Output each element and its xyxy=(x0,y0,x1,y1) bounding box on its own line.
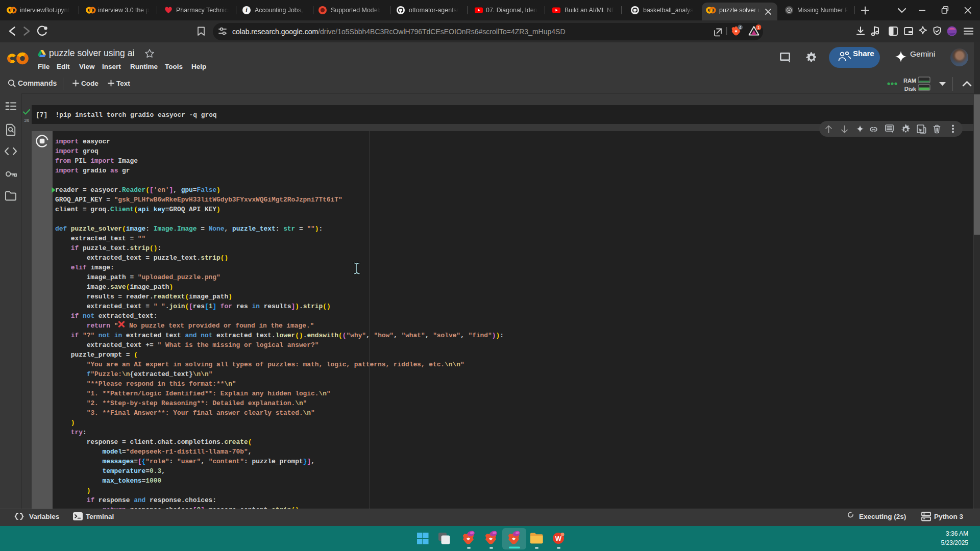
svg-text:RAM: RAM xyxy=(903,78,916,84)
svg-text:1: 1 xyxy=(757,25,760,30)
svg-text:3s: 3s xyxy=(24,117,29,123)
svg-text:4: 4 xyxy=(739,25,742,30)
svg-text:Disk: Disk xyxy=(904,86,917,92)
svg-text:W: W xyxy=(555,535,562,542)
